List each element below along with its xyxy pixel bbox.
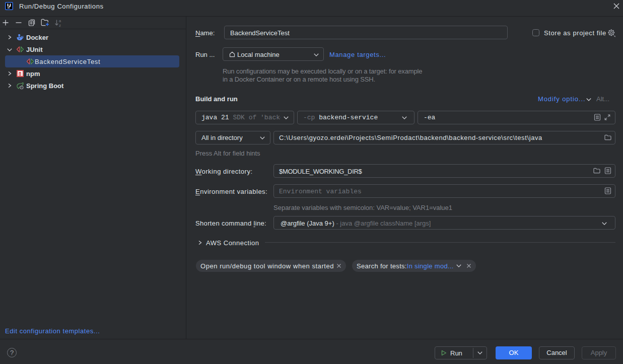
svg-text:z: z bbox=[59, 23, 61, 27]
